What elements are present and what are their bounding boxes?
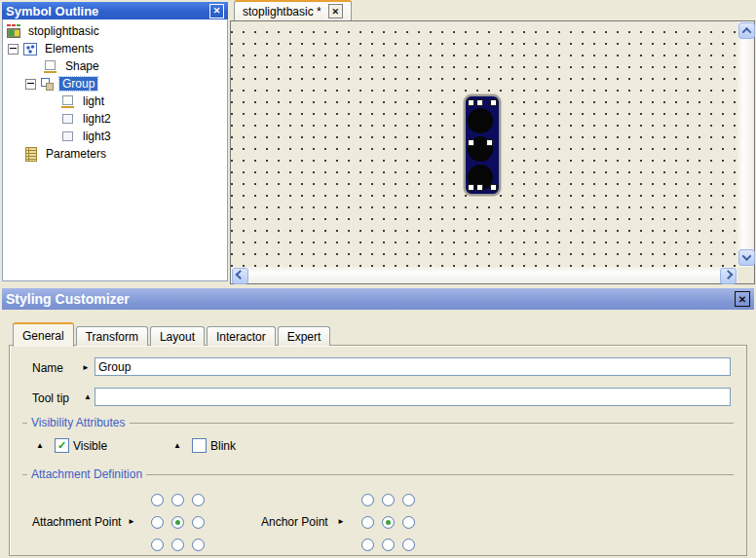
elements-icon	[22, 42, 38, 56]
tree-item-label: light3	[80, 130, 114, 143]
section-label: Visibility Attributes	[31, 416, 126, 429]
shape-icon	[60, 94, 76, 109]
tree-item-light[interactable]: light	[3, 93, 227, 110]
parameters-icon	[23, 147, 39, 162]
attachment-radio-center[interactable]	[171, 516, 184, 529]
tab-label: Transform	[86, 330, 138, 344]
horizontal-scrollbar[interactable]	[231, 267, 737, 283]
general-tab-content: Name ► Tool tip ▲ Visibility Attributes …	[9, 345, 747, 556]
bind-arrow-up-icon[interactable]: ▲	[84, 392, 92, 401]
anchor-radio-middle-left[interactable]	[361, 516, 374, 529]
attachment-radio-middle-left[interactable]	[151, 516, 164, 529]
tab-label: Expert	[287, 330, 321, 344]
tooltip-label: Tool tip	[32, 391, 69, 405]
attachment-radio-top-right[interactable]	[192, 494, 205, 506]
tree-item-stoplightbasic[interactable]: stoplightbasic	[3, 22, 227, 40]
attachment-definition-section: Attachment Definition	[22, 467, 734, 481]
close-icon[interactable]: ✕	[209, 4, 224, 19]
scroll-up-icon[interactable]	[738, 22, 755, 39]
attachment-point-grid	[151, 494, 205, 551]
tab-stoplightbasic[interactable]: stoplightbasic * ✕	[234, 0, 352, 20]
anchor-point-grid	[361, 494, 415, 551]
tree-item-group[interactable]: Group	[3, 75, 227, 93]
symbol-outline-titlebar[interactable]: Symbol Outline ✕	[2, 2, 228, 19]
anchor-radio-top-center[interactable]	[382, 494, 395, 506]
tree-item-label: light	[80, 94, 107, 108]
collapse-toggle-icon[interactable]	[8, 44, 19, 55]
bind-arrow-right-icon[interactable]: ►	[128, 517, 135, 526]
selection-handle[interactable]	[490, 184, 497, 191]
anchor-radio-bottom-right[interactable]	[402, 539, 415, 551]
anchor-radio-bottom-left[interactable]	[361, 539, 374, 551]
tab-close-icon[interactable]: ✕	[328, 4, 343, 19]
selection-handle[interactable]	[490, 99, 497, 106]
selection-handle[interactable]	[468, 139, 474, 146]
bind-arrow-up-icon[interactable]: ▲	[173, 441, 181, 450]
drawing-canvas[interactable]	[231, 21, 737, 267]
symbol-outline-title: Symbol Outline	[6, 4, 98, 19]
vertical-scrollbar[interactable]	[737, 21, 754, 267]
anchor-radio-middle-right[interactable]	[402, 516, 415, 529]
selection-handle[interactable]	[476, 184, 483, 191]
selection-handle[interactable]	[468, 99, 474, 106]
anchor-radio-center[interactable]	[382, 516, 395, 529]
attachment-radio-bottom-left[interactable]	[151, 539, 164, 551]
name-field[interactable]	[94, 357, 731, 376]
scrollbar-corner	[737, 267, 754, 283]
anchor-radio-top-left[interactable]	[361, 494, 374, 506]
attachment-radio-bottom-right[interactable]	[192, 539, 205, 551]
selection-handle[interactable]	[476, 99, 483, 106]
bind-arrow-right-icon[interactable]: ►	[82, 363, 90, 372]
tab-transform[interactable]: Transform	[76, 326, 148, 346]
node-icon	[60, 112, 76, 127]
tab-interactor[interactable]: Interactor	[207, 326, 276, 346]
tab-layout[interactable]: Layout	[150, 326, 205, 346]
tree-item-label: Parameters	[43, 147, 109, 161]
customizer-tabbar: General Transform Layout Interactor Expe…	[13, 323, 332, 346]
bind-arrow-up-icon[interactable]: ▲	[36, 441, 44, 450]
tab-expert[interactable]: Expert	[278, 326, 331, 346]
stoplight-symbol[interactable]	[464, 94, 501, 196]
scroll-left-icon[interactable]	[232, 268, 248, 284]
node-icon	[60, 130, 76, 144]
canvas-frame	[230, 20, 755, 284]
tooltip-field[interactable]	[94, 388, 731, 406]
tree-item-label: stoplightbasic	[25, 24, 102, 38]
selection-handle[interactable]	[486, 139, 493, 146]
attachment-radio-bottom-center[interactable]	[171, 539, 184, 551]
collapse-toggle-icon[interactable]	[25, 79, 36, 90]
application-window: Symbol Outline ✕ stoplightbasic Elements	[0, 0, 756, 558]
anchor-radio-bottom-center[interactable]	[382, 539, 395, 551]
tree-item-parameters[interactable]: Parameters	[3, 145, 227, 163]
anchor-radio-top-right[interactable]	[402, 494, 415, 506]
tree-item-label: light2	[80, 112, 114, 126]
bind-arrow-right-icon[interactable]: ►	[337, 517, 345, 526]
blink-checkbox[interactable]	[192, 438, 207, 453]
attachment-radio-top-left[interactable]	[151, 494, 164, 506]
scroll-down-icon[interactable]	[738, 249, 755, 266]
group-icon	[40, 77, 56, 92]
visible-label: Visible	[73, 439, 107, 453]
blink-label: Blink	[210, 439, 236, 453]
styling-customizer-titlebar[interactable]: Styling Customizer ✕	[2, 288, 754, 310]
tab-label: General	[22, 329, 64, 343]
symbol-outline-panel: Symbol Outline ✕ stoplightbasic Elements	[2, 2, 228, 281]
symbol-root-icon	[6, 24, 21, 39]
stoplight-lamp-top	[468, 108, 493, 133]
shape-icon	[43, 59, 58, 74]
symbol-outline-tree: stoplightbasic Elements Shape	[2, 19, 228, 281]
attachment-radio-middle-right[interactable]	[192, 516, 205, 529]
scroll-right-icon[interactable]	[720, 268, 737, 284]
tree-item-shape[interactable]: Shape	[3, 57, 227, 75]
close-icon[interactable]: ✕	[735, 291, 750, 307]
attachment-radio-top-center[interactable]	[171, 494, 184, 506]
visibility-attributes-section: Visibility Attributes	[22, 416, 734, 429]
tree-item-light3[interactable]: light3	[3, 128, 227, 145]
tree-item-elements[interactable]: Elements	[3, 40, 227, 57]
tree-item-light2[interactable]: light2	[3, 110, 227, 128]
visible-checkbox[interactable]: ✓	[55, 438, 69, 453]
tree-item-label: Elements	[42, 42, 96, 56]
selection-handle[interactable]	[468, 184, 474, 191]
tab-general[interactable]: General	[13, 322, 74, 347]
attachment-point-label: Attachment Point	[32, 515, 121, 529]
